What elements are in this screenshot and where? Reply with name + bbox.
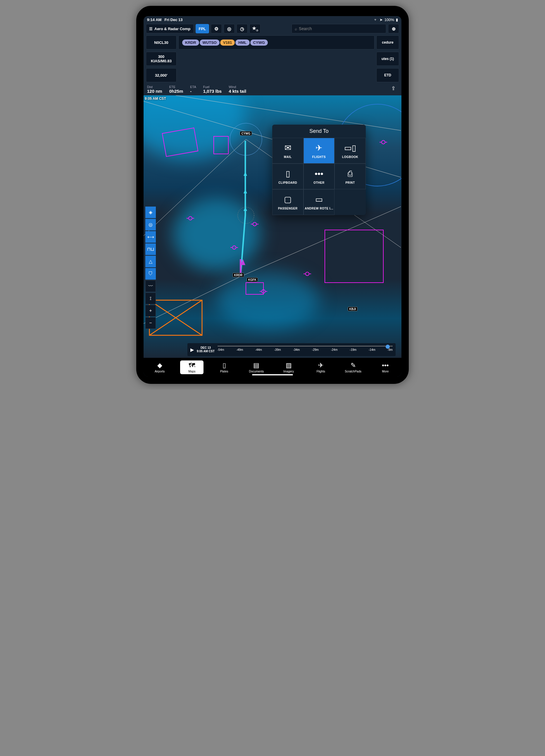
stat-wind: Wind4 kts tail — [229, 85, 246, 94]
sendto-passenger[interactable]: ▢PASSENGER — [272, 189, 303, 215]
flightplan-row1: N0CL30 KRDRWUTSOV181HMLCYWG cedure — [144, 34, 401, 51]
locate-icon: ⊕ — [392, 26, 396, 32]
star-clock-icon: ★◷ — [252, 25, 258, 32]
ipad-icon: ▭ — [315, 195, 323, 205]
routes-cell[interactable]: utes (1) — [376, 52, 399, 66]
callsign-cell[interactable]: N0CL30 — [146, 35, 177, 49]
screen: 9:14 AM Fri Dec 13 ᯤ ➤ 100% ▮ ☰ Aero & R… — [144, 16, 401, 377]
map-icon: 🗺 — [189, 362, 195, 369]
sendto-clipboard[interactable]: ▯CLIPBOARD — [272, 164, 303, 189]
tool-ruler[interactable]: ⟷ — [145, 231, 156, 243]
globe-button[interactable]: ◎ — [224, 24, 235, 33]
settings-button[interactable]: ⚙ — [211, 24, 222, 33]
minus-icon: − — [149, 320, 152, 326]
tool-draw[interactable]: 〰 — [145, 280, 156, 292]
gauge-button[interactable]: ◷ — [237, 24, 248, 33]
sendto-label: FLIGHTS — [312, 155, 326, 159]
scrubber-tick: -24m — [331, 348, 338, 351]
main-toolbar: ☰ Aero & Radar Comp FPL ⚙ ◎ ◷ ★◷ ⌕ Searc… — [144, 23, 401, 34]
tab-maps[interactable]: 🗺Maps — [180, 360, 204, 374]
tab-documents[interactable]: ▤Documents — [245, 362, 268, 373]
waypoint-cywg[interactable]: CYWG — [240, 131, 252, 136]
tool-highway[interactable]: ⛉ — [145, 268, 156, 280]
route-cell[interactable]: KRDRWUTSOV181HMLCYWG — [178, 35, 374, 49]
scrubber-handle[interactable] — [386, 345, 390, 349]
nav-fix — [188, 216, 193, 220]
svg-line-18 — [149, 300, 202, 335]
pencil-icon: ✎ — [350, 362, 356, 369]
ruler-icon: ⟷ — [147, 234, 154, 240]
doc-icon: ▤ — [253, 362, 260, 369]
map[interactable]: 9:05 AM CST CYWG KRDR KGFK KBJI ◈ ◎ — [144, 95, 401, 358]
speed-cell[interactable]: 300 KIAS/M0.83 — [146, 52, 177, 66]
tab-imagery[interactable]: ▨Imagery — [277, 362, 300, 373]
sendto-dots[interactable]: •••OTHER — [303, 164, 335, 189]
plane-icon: ✈ — [318, 362, 323, 369]
tab-flights[interactable]: ✈Flights — [309, 362, 332, 373]
stat-fuel: Fuel1,073 lbs — [203, 85, 222, 94]
fpl-button[interactable]: FPL — [196, 24, 209, 33]
profile-icon: ⊓⊔ — [147, 246, 154, 252]
etd-cell[interactable]: ETD — [376, 68, 399, 82]
time-scrubber[interactable]: ▶ DEC 13 9:05 AM CST -54m-49m-44m-39m-34… — [188, 343, 396, 356]
svg-marker-17 — [149, 300, 202, 335]
home-indicator[interactable] — [252, 374, 293, 375]
radar-echo — [144, 95, 246, 160]
tab-scratchpads[interactable]: ✎ScratchPads — [341, 362, 365, 373]
waypoint-krdr[interactable]: KRDR — [233, 273, 244, 277]
share-button[interactable]: ⇪ — [389, 85, 398, 94]
passenger-icon: ▢ — [284, 195, 291, 205]
altitude-cell[interactable]: 32,000' — [146, 68, 177, 82]
center-button[interactable]: ⊕ — [388, 24, 399, 33]
route-waypoint[interactable]: HML — [236, 39, 250, 46]
flightplan-row2: 300 KIAS/M0.83 utes (1) — [144, 51, 401, 67]
scrubber-tick: -29m — [312, 348, 319, 351]
sendto-book[interactable]: ▭▯LOGBOOK — [334, 138, 366, 164]
layers-button[interactable]: ☰ Aero & Radar Comp — [146, 24, 194, 33]
route-spacer2 — [178, 68, 374, 82]
search-icon: ⌕ — [295, 26, 297, 31]
rate-button[interactable]: ★◷ — [250, 24, 261, 33]
scrubber-track[interactable]: -54m-49m-44m-39m-34m-29m-24m-19m-14m-9m — [218, 348, 393, 351]
dots-icon: ••• — [314, 169, 323, 179]
route-waypoint[interactable]: KRDR — [182, 39, 199, 46]
waypoint-kgfk[interactable]: KGFK — [247, 278, 258, 282]
tab-label: Imagery — [283, 370, 294, 373]
svg-line-4 — [240, 207, 401, 277]
gear-icon: ⚙ — [214, 26, 219, 32]
route-waypoint[interactable]: V181 — [220, 39, 235, 46]
procedure-cell[interactable]: cedure — [376, 35, 399, 49]
radar-echo — [173, 198, 261, 271]
tool-profile[interactable]: ⊓⊔ — [145, 243, 156, 255]
globe-icon: ◎ — [227, 26, 231, 32]
sendto-plane[interactable]: ✈FLIGHTS — [303, 138, 335, 164]
zoom-out-button[interactable]: − — [145, 317, 156, 329]
svg-marker-10 — [244, 189, 247, 193]
nav-fix — [253, 222, 257, 226]
route-waypoint[interactable]: CYWG — [250, 39, 268, 46]
tool-terrain[interactable]: △ — [145, 256, 156, 267]
play-icon[interactable]: ▶ — [190, 347, 194, 353]
zoom-in-button[interactable]: + — [145, 305, 156, 317]
tab-more[interactable]: •••More — [374, 362, 397, 373]
book-icon: ▭▯ — [344, 143, 356, 153]
more-icon: ••• — [382, 362, 388, 369]
tab-airports[interactable]: ◆Airports — [148, 362, 171, 373]
sendto-label: OTHER — [313, 181, 324, 184]
tool-locate[interactable]: ◈ — [145, 207, 156, 218]
map-side-toolbar: ◈ ◎ ⟷ ⊓⊔ △ ⛉ 〰 ⟟ + − — [145, 207, 156, 329]
pencil-icon: 〰 — [148, 283, 153, 289]
waypoint-kbji[interactable]: KBJI — [348, 307, 357, 311]
battery-icon: ▮ — [396, 18, 398, 22]
sendto-ipad[interactable]: ▭ANDREW ROTE I... — [303, 189, 335, 215]
plate-icon: ▯ — [223, 362, 226, 369]
tab-plates[interactable]: ▯Plates — [213, 362, 236, 373]
tool-route-edit[interactable]: ⟟ — [145, 293, 156, 304]
sendto-print[interactable]: ⎙PRINT — [334, 164, 366, 189]
diamond-icon: ◆ — [157, 362, 162, 369]
search-input[interactable]: ⌕ Search — [291, 24, 386, 33]
tool-center[interactable]: ◎ — [145, 219, 156, 231]
route-waypoint[interactable]: WUTSO — [200, 39, 220, 46]
nav-fix — [305, 272, 309, 276]
sendto-mail[interactable]: ✉MAIL — [272, 138, 303, 164]
